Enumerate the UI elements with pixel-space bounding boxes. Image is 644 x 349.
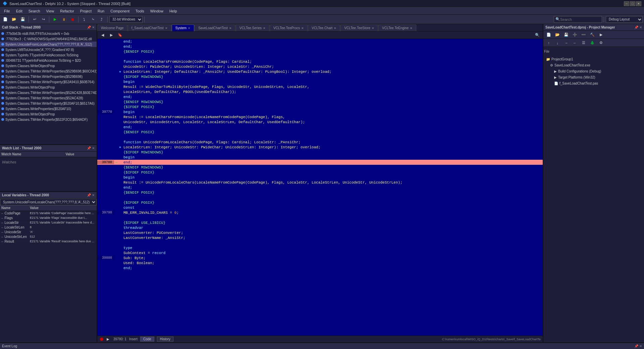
list-item[interactable]: System.Classes.TWriter.WriteProperties($… — [0, 68, 97, 74]
menu-file[interactable]: File — [1, 8, 13, 14]
maximize-button[interactable]: □ — [630, 1, 635, 6]
tab-vcltee-teengine-close[interactable]: ✕ — [410, 27, 413, 30]
list-item[interactable]: :77823bc3 ; C:\WINDOWS\SysWOW64\KERNELBA… — [0, 36, 97, 42]
close-button[interactable]: ✕ — [636, 1, 641, 6]
tab-vcltee-chart[interactable]: VCLTee.Chart ✕ — [308, 24, 340, 31]
proj-tree-group1[interactable]: 📁 ProjectGroup1 — [545, 56, 643, 62]
toolbar-pause[interactable]: ⏸ — [60, 16, 68, 23]
menu-search[interactable]: Search — [26, 8, 43, 14]
tab-system[interactable]: System ✕ — [172, 24, 194, 31]
menu-tools[interactable]: Tools — [133, 8, 147, 14]
menu-edit[interactable]: Edit — [13, 8, 25, 14]
history-view-tab[interactable]: History — [157, 337, 173, 342]
menu-component[interactable]: Component — [108, 8, 132, 14]
code-forward-button[interactable]: ▶ — [107, 32, 115, 39]
menu-help[interactable]: Help — [167, 8, 180, 14]
proj-tree-build-configs[interactable]: ▶ Build Configurations (Debug) — [545, 68, 643, 74]
toolbar-step-into[interactable]: ⤷ — [89, 16, 97, 23]
list-item[interactable]: System.Classes.TWriter.WriteProperty($52… — [0, 79, 97, 85]
proj-remove-button[interactable]: ➖ — [580, 31, 588, 39]
list-item[interactable]: :77b0b63b ntdll.RtlUTF8ToUnicodeN + 0xb — [0, 31, 97, 36]
tab-f-saveload-close[interactable]: ✕ — [165, 27, 168, 30]
menu-view[interactable]: View — [44, 8, 57, 14]
toolbar-stop[interactable]: ⏹ — [68, 16, 76, 23]
tab-f-saveload[interactable]: f_SaveLoadChartTest ✕ — [128, 24, 171, 31]
layout-dropdown[interactable]: Debug Layout Default Layout — [606, 16, 643, 23]
proj-up-button[interactable]: ↑ — [545, 39, 553, 47]
code-view-tab[interactable]: Code — [140, 337, 154, 342]
list-item[interactable]: System.Classes.TWriter.WriteProperty($52… — [0, 101, 97, 106]
tab-vcltee-chart-close[interactable]: ✕ — [334, 27, 336, 30]
toolbar-step-out[interactable]: ⤴ — [98, 16, 106, 23]
toolbar-run[interactable]: ▶ — [51, 16, 59, 23]
tab-welcome[interactable]: Welcome Page — [97, 24, 127, 31]
proj-tree-button[interactable]: 🌲 — [588, 39, 596, 47]
proj-tree-pas-file[interactable]: 📄 f_SaveLoadChartTest.pas — [545, 80, 643, 86]
proj-mgr-pin[interactable]: 📌 — [634, 26, 638, 29]
proj-build-button[interactable]: 🔨 — [588, 31, 596, 39]
toolbar-undo[interactable]: ↩ — [31, 16, 39, 23]
tab-vcltee-teeprocs-close[interactable]: ✕ — [301, 27, 304, 30]
proj-outdent-button[interactable]: ← — [571, 39, 579, 47]
watch-pin[interactable]: 📌 — [87, 146, 91, 150]
menu-window[interactable]: Window — [148, 8, 166, 14]
list-item[interactable]: System.Classes.WriteObjectProp — [0, 85, 97, 90]
proj-new-button[interactable]: 📄 — [545, 31, 553, 39]
list-item[interactable]: System.Classes.TWriter.Propertv($522F2C0… — [0, 117, 97, 122]
tab-saveloadtest-close[interactable]: ✕ — [229, 27, 232, 30]
list-item[interactable]: System.Classes.TWriter.WriteProperties($… — [0, 74, 97, 79]
event-log-close[interactable]: ✕ — [639, 344, 642, 348]
menu-project[interactable]: Project — [77, 8, 94, 14]
code-bookmark-button[interactable]: 🔖 — [116, 32, 124, 39]
list-item[interactable]: System.Utf8ToUnicode('A',???,'Gradient'#… — [0, 47, 97, 52]
code-search-button[interactable]: 🔍 — [533, 32, 541, 39]
toolbar-save[interactable]: 💾 — [19, 16, 27, 23]
run-to-cursor[interactable]: ▶ — [105, 337, 111, 342]
tab-vcltee-teengine[interactable]: VCLTee.TeEngine ✕ — [378, 24, 416, 31]
call-stack-close[interactable]: ✕ — [92, 26, 95, 29]
proj-run-button[interactable]: ▶ — [597, 31, 605, 39]
list-item[interactable]: System.Classes.WriteProperties($520AF10) — [0, 106, 97, 111]
list-item[interactable]: System.UnicodeFromLocaleChars(???,???,??… — [0, 42, 97, 47]
search-input[interactable] — [560, 17, 600, 21]
proj-indent-button[interactable]: → — [562, 39, 570, 47]
menu-run[interactable]: Run — [95, 8, 107, 14]
local-vars-close[interactable]: ✕ — [92, 193, 95, 197]
local-vars-pin[interactable]: 📌 — [87, 193, 91, 197]
proj-list-button[interactable]: ☰ — [580, 39, 588, 47]
proj-add-button[interactable]: ➕ — [571, 31, 579, 39]
list-item[interactable]: System.Classes.WriteObjectProp — [0, 63, 97, 68]
toolbar-new[interactable]: 📄 — [1, 16, 9, 23]
minimize-button[interactable]: ─ — [624, 1, 629, 6]
proj-save-button[interactable]: 💾 — [562, 31, 570, 39]
tab-system-close[interactable]: ✕ — [188, 27, 191, 30]
watch-close[interactable]: ✕ — [92, 146, 95, 150]
proj-tree-target-platforms[interactable]: ▶ Target Platforms (Win32) — [545, 74, 643, 80]
code-back-button[interactable]: ◀ — [99, 32, 107, 39]
tab-vcltee-teestore[interactable]: VCLTee.TeeStore ✕ — [340, 24, 378, 31]
list-item[interactable]: System.TypInfo.TTypeInfoFieldAccessor.To… — [0, 52, 97, 58]
toolbar-redo[interactable]: ↪ — [39, 16, 47, 23]
tab-saveloadtest[interactable]: SaveLoadChartTest ✕ — [195, 24, 235, 31]
code-editor-area[interactable]: end; end; {$ENDIF POSIX} — [97, 39, 543, 336]
proj-tree-exe[interactable]: ⚙ SaveLoadChartTest.exe — [545, 62, 643, 68]
tab-vcltee-series[interactable]: VCLTee.Series ✕ — [236, 24, 269, 31]
local-vars-dropdown[interactable]: System.UnicodeFromLocaleChars(???,???,??… — [0, 199, 97, 205]
list-item[interactable]: System.Classes.TWriter.WriteProperties($… — [0, 95, 97, 101]
proj-settings-button[interactable]: ⚙ — [597, 39, 605, 47]
tab-vcltee-teestore-close[interactable]: ✕ — [372, 27, 374, 30]
list-item[interactable]: System.Classes.TWriter.WriteProperties($… — [0, 90, 97, 95]
tab-vcltee-teeprocs[interactable]: VCLTee.TeeProcs ✕ — [270, 24, 308, 31]
list-item[interactable]: :00486731 TTypeInfoFieldAccessor.ToStrin… — [0, 58, 97, 63]
tab-vcltee-series-close[interactable]: ✕ — [263, 27, 266, 30]
event-log-pin[interactable]: 📌 — [634, 344, 638, 348]
list-item[interactable]: System.Classes.WriteObjectProp — [0, 111, 97, 117]
toolbar-step-over[interactable]: ⤵ — [80, 16, 88, 23]
menu-refactor[interactable]: Refactor — [57, 8, 77, 14]
platform-dropdown[interactable]: 32-bit Windows 64-bit Windows — [109, 16, 143, 23]
proj-mgr-close[interactable]: ✕ — [639, 26, 642, 29]
call-stack-pin[interactable]: 📌 — [87, 26, 91, 29]
proj-down-button[interactable]: ↓ — [553, 39, 561, 47]
toolbar-open[interactable]: 📂 — [10, 16, 18, 23]
proj-open-button[interactable]: 📂 — [553, 31, 561, 39]
